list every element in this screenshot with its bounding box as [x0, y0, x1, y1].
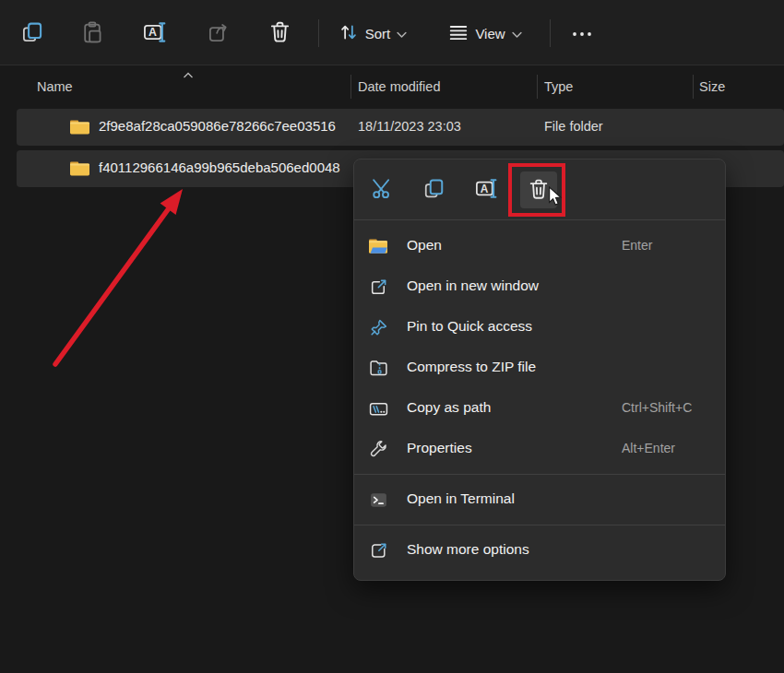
column-divider[interactable]	[693, 75, 694, 99]
column-divider[interactable]	[537, 75, 538, 99]
menu-item-label: Copy as path	[407, 399, 491, 416]
file-type: File folder	[544, 119, 603, 134]
copy-as-path-icon	[368, 398, 388, 419]
rename-button[interactable]: A	[468, 171, 505, 208]
show-more-options-icon	[368, 540, 388, 561]
menu-item-pin-to-quick-access[interactable]: Pin to Quick access	[354, 307, 725, 348]
command-bar: A Sort View	[0, 0, 784, 65]
menu-item-label: Open in Terminal	[407, 490, 515, 507]
annotation-arrow	[37, 180, 198, 383]
ellipsis-icon	[570, 27, 594, 41]
sort-icon	[339, 22, 359, 45]
cut-icon	[371, 177, 394, 203]
copy-icon	[20, 20, 44, 47]
menu-item-shortcut: Enter	[622, 238, 652, 253]
rename-icon: A	[143, 20, 167, 47]
cut-button[interactable]	[363, 171, 400, 208]
rename-button[interactable]: A	[136, 14, 174, 53]
menu-item-shortcut: Alt+Enter	[622, 441, 675, 455]
zip-folder-icon	[368, 358, 388, 378]
menu-item-label: Properties	[407, 440, 472, 456]
svg-text:A: A	[480, 183, 488, 195]
wrench-icon	[368, 439, 388, 459]
menu-item-open-in-new-window[interactable]: Open in new window	[354, 266, 725, 307]
copy-button[interactable]	[415, 171, 452, 208]
paste-button[interactable]	[73, 14, 112, 53]
column-header-name[interactable]: Name	[37, 79, 73, 94]
sort-label: Sort	[365, 26, 391, 41]
pin-icon	[368, 317, 388, 337]
file-name: f40112966146a99b965deba506ed0048	[99, 159, 340, 175]
menu-divider	[354, 525, 725, 525]
context-menu-quick-actions: A	[354, 159, 725, 220]
menu-item-copy-as-path[interactable]: Copy as path Ctrl+Shift+C	[354, 388, 725, 429]
delete-button[interactable]	[260, 14, 299, 53]
open-folder-icon	[368, 236, 388, 256]
column-headers: Name Date modified Type Size	[0, 66, 784, 107]
column-header-date-modified[interactable]: Date modified	[358, 79, 440, 94]
menu-item-open[interactable]: Open Enter	[354, 226, 725, 266]
menu-item-properties[interactable]: Properties Alt+Enter	[354, 429, 725, 469]
column-divider[interactable]	[350, 75, 351, 99]
toolbar-divider	[550, 19, 551, 47]
paste-icon	[80, 20, 104, 47]
file-date-modified: 18/11/2023 23:03	[358, 119, 461, 134]
menu-item-label: Pin to Quick access	[407, 318, 532, 335]
trash-icon	[527, 177, 551, 204]
menu-item-label: Show more options	[407, 541, 529, 558]
sort-ascending-icon	[183, 67, 194, 82]
share-button[interactable]	[199, 14, 238, 53]
copy-button[interactable]	[13, 14, 52, 53]
column-header-type[interactable]: Type	[544, 79, 573, 94]
folder-icon	[69, 160, 90, 180]
trash-icon	[267, 19, 292, 47]
share-icon	[207, 20, 231, 47]
table-row[interactable]: 2f9e8af28ca059086e78266c7ee03516 18/11/2…	[17, 109, 784, 146]
menu-item-label: Open in new window	[407, 277, 539, 294]
chevron-down-icon	[512, 26, 522, 41]
menu-item-shortcut: Ctrl+Shift+C	[622, 400, 692, 415]
view-button[interactable]: View	[439, 14, 531, 53]
file-name: 2f9e8af28ca059086e78266c7ee03516	[99, 118, 336, 134]
chevron-down-icon	[397, 26, 407, 41]
open-new-window-icon	[368, 277, 388, 297]
copy-icon	[422, 177, 445, 203]
menu-item-label: Open	[407, 237, 442, 254]
sort-button[interactable]: Sort	[328, 14, 417, 53]
toolbar-divider	[318, 19, 319, 47]
rename-icon: A	[475, 177, 498, 203]
menu-item-label: Compress to ZIP file	[407, 359, 536, 375]
menu-divider	[354, 474, 725, 475]
more-options-button[interactable]	[563, 14, 601, 53]
menu-item-show-more-options[interactable]: Show more options	[354, 530, 725, 571]
svg-text:A: A	[148, 26, 157, 39]
view-icon	[448, 22, 469, 45]
context-menu-items: Open Enter Open in new window Pin to Qui…	[354, 220, 725, 571]
menu-item-open-in-terminal[interactable]: Open in Terminal	[354, 479, 725, 520]
column-header-size[interactable]: Size	[699, 79, 725, 94]
menu-item-compress-to-zip[interactable]: Compress to ZIP file	[354, 348, 725, 388]
view-label: View	[475, 26, 505, 41]
terminal-icon	[368, 490, 388, 510]
file-explorer-window: A Sort View Name Date modified T	[0, 0, 784, 673]
delete-button[interactable]	[520, 171, 557, 208]
context-menu: A Open Enter Open in new window Pin to Q…	[353, 159, 726, 581]
folder-icon	[69, 119, 90, 138]
